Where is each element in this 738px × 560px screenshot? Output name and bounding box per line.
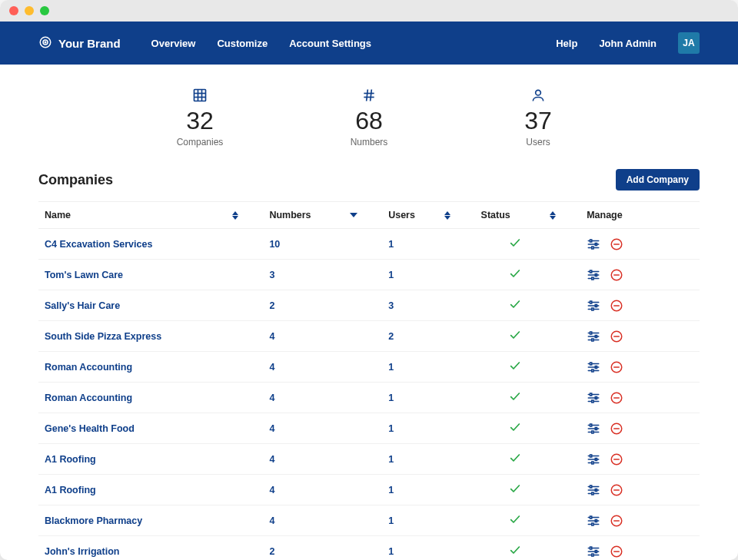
company-name-link[interactable]: Sally's Hair Care xyxy=(38,290,263,321)
settings-icon[interactable] xyxy=(587,360,600,374)
company-users: 3 xyxy=(382,290,474,321)
svg-rect-32 xyxy=(590,301,592,303)
remove-icon[interactable] xyxy=(610,514,623,528)
remove-icon[interactable] xyxy=(610,422,623,436)
users-icon xyxy=(500,88,577,105)
svg-rect-40 xyxy=(590,332,592,334)
col-header-status[interactable]: Status xyxy=(475,202,581,229)
add-company-button[interactable]: Add Company xyxy=(616,169,700,191)
svg-rect-97 xyxy=(595,550,597,552)
numbers-icon xyxy=(331,88,407,105)
svg-rect-42 xyxy=(592,339,593,341)
svg-rect-24 xyxy=(590,270,592,273)
remove-icon[interactable] xyxy=(610,483,623,497)
company-users: 1 xyxy=(382,352,474,383)
company-name-link[interactable]: A1 Roofing xyxy=(38,475,263,505)
section-header: Companies Add Company xyxy=(38,169,700,191)
remove-icon[interactable] xyxy=(610,360,623,374)
remove-icon[interactable] xyxy=(610,299,623,313)
sort-icon xyxy=(232,211,238,220)
svg-rect-90 xyxy=(592,523,593,525)
window-maximize-icon[interactable] xyxy=(40,6,49,15)
window-minimize-icon[interactable] xyxy=(25,6,34,15)
company-users: 1 xyxy=(382,475,474,505)
nav-account-settings[interactable]: Account Settings xyxy=(289,38,371,49)
settings-icon[interactable] xyxy=(587,483,600,497)
remove-icon[interactable] xyxy=(610,545,623,558)
stat-users: 37 Users xyxy=(500,88,577,147)
svg-rect-80 xyxy=(590,485,592,488)
stat-companies-value: 32 xyxy=(161,107,238,135)
sort-desc-icon xyxy=(350,213,357,217)
company-numbers: 4 xyxy=(263,352,382,383)
company-name-link[interactable]: C4 Excavation Services xyxy=(38,229,263,260)
table-row: A1 Roofing41 xyxy=(38,475,700,505)
company-users: 1 xyxy=(382,413,474,444)
stat-users-value: 37 xyxy=(500,107,577,135)
stat-numbers: 68 Numbers xyxy=(331,88,407,147)
company-users: 1 xyxy=(382,505,474,536)
remove-icon[interactable] xyxy=(610,237,623,251)
settings-icon[interactable] xyxy=(587,514,600,528)
nav-customize[interactable]: Customize xyxy=(217,38,268,49)
window-close-icon[interactable] xyxy=(9,6,18,15)
settings-icon[interactable] xyxy=(587,422,600,436)
settings-icon[interactable] xyxy=(587,391,600,405)
table-row: Sally's Hair Care23 xyxy=(38,290,700,321)
settings-icon[interactable] xyxy=(587,268,600,282)
company-users: 1 xyxy=(382,536,474,561)
company-numbers: 4 xyxy=(263,475,382,505)
avatar[interactable]: JA xyxy=(678,32,700,54)
stat-companies: 32 Companies xyxy=(161,88,238,147)
col-header-users[interactable]: Users xyxy=(382,202,474,229)
col-header-manage: Manage xyxy=(580,202,700,229)
sort-icon xyxy=(550,211,556,220)
col-header-name[interactable]: Name xyxy=(38,202,263,229)
brand[interactable]: Your Brand xyxy=(38,35,121,51)
status-ok-icon xyxy=(509,486,521,497)
svg-rect-57 xyxy=(595,396,597,399)
company-name-link[interactable]: John's Irrigation xyxy=(38,536,263,561)
col-header-users-label: Users xyxy=(388,210,415,220)
company-users: 1 xyxy=(382,383,474,413)
settings-icon[interactable] xyxy=(587,452,600,466)
stat-numbers-value: 68 xyxy=(331,107,407,135)
nav-overview[interactable]: Overview xyxy=(151,38,196,49)
svg-rect-16 xyxy=(590,240,592,242)
company-name-link[interactable]: Roman Accounting xyxy=(38,352,263,383)
col-header-numbers[interactable]: Numbers xyxy=(263,202,382,229)
brand-logo-icon xyxy=(38,35,52,51)
col-header-status-label: Status xyxy=(481,210,510,220)
svg-rect-96 xyxy=(590,547,592,549)
svg-rect-81 xyxy=(595,489,597,491)
svg-rect-50 xyxy=(592,369,593,372)
remove-icon[interactable] xyxy=(610,391,623,405)
svg-rect-88 xyxy=(590,516,592,519)
svg-rect-34 xyxy=(592,308,593,310)
settings-icon[interactable] xyxy=(587,237,600,251)
company-name-link[interactable]: Tom's Lawn Care xyxy=(38,260,263,290)
company-name-link[interactable]: South Side Pizza Express xyxy=(38,321,263,352)
company-name-link[interactable]: Blackmore Pharmacy xyxy=(38,505,263,536)
table-row: John's Irrigation21 xyxy=(38,536,700,561)
company-name-link[interactable]: Roman Accounting xyxy=(38,383,263,413)
company-name-link[interactable]: Gene's Health Food xyxy=(38,413,263,444)
svg-rect-48 xyxy=(590,363,592,365)
company-numbers: 3 xyxy=(263,260,382,290)
remove-icon[interactable] xyxy=(610,330,623,343)
remove-icon[interactable] xyxy=(610,452,623,466)
nav-user-name[interactable]: John Admin xyxy=(599,38,657,49)
company-name-link[interactable]: A1 Roofing xyxy=(38,444,263,475)
svg-rect-33 xyxy=(595,304,597,307)
settings-icon[interactable] xyxy=(587,545,600,558)
svg-rect-58 xyxy=(592,400,593,403)
col-header-numbers-label: Numbers xyxy=(269,210,311,220)
remove-icon[interactable] xyxy=(610,268,623,282)
settings-icon[interactable] xyxy=(587,299,600,313)
main-content: 32 Companies 68 Numbers 37 Users Compani… xyxy=(0,65,738,560)
settings-icon[interactable] xyxy=(587,330,600,343)
svg-rect-72 xyxy=(590,455,592,457)
svg-line-11 xyxy=(371,90,372,101)
nav-help[interactable]: Help xyxy=(556,38,577,49)
svg-rect-64 xyxy=(590,424,592,426)
